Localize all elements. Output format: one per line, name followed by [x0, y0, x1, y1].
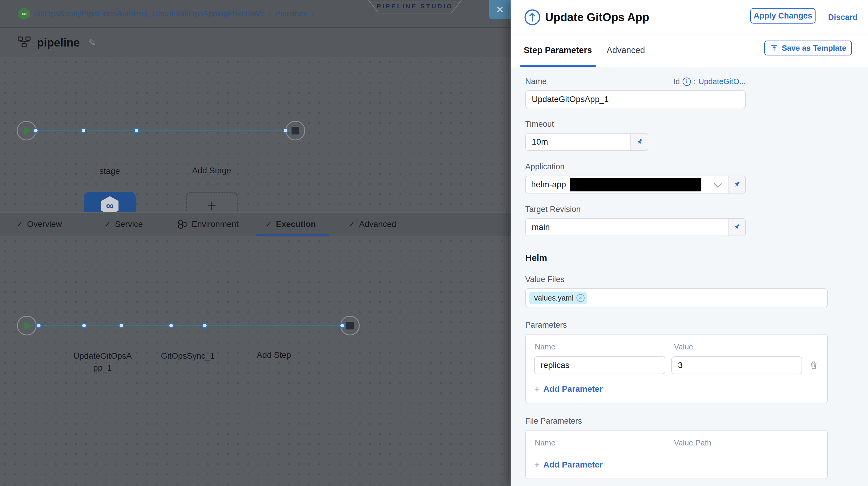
- execution-start-node[interactable]: [17, 316, 37, 335]
- plus-icon: +: [534, 460, 540, 469]
- check-icon: ✓: [348, 220, 355, 229]
- connector-dot: [81, 323, 87, 329]
- pin-icon: [732, 222, 742, 233]
- id-colon: :: [693, 77, 696, 86]
- target-revision-pin-button[interactable]: [728, 219, 745, 236]
- breadcrumb-separator: ›: [312, 9, 314, 19]
- name-input[interactable]: [525, 90, 746, 108]
- tab-environment[interactable]: Environment: [177, 213, 239, 236]
- file-param-col-name: Name: [534, 438, 674, 448]
- discard-button[interactable]: Discard: [828, 0, 858, 35]
- timeout-input[interactable]: [526, 133, 630, 150]
- target-revision-input[interactable]: [526, 219, 728, 236]
- stage-tabbar: ✓ Overview ✓ Service Environment ✓: [0, 212, 510, 236]
- tab-step-parameters[interactable]: Step Parameters: [524, 35, 592, 65]
- stop-icon: [346, 322, 354, 330]
- tab-execution[interactable]: ✓ Execution: [265, 213, 316, 236]
- tab-label: Overview: [27, 219, 62, 229]
- redacted-value: [570, 178, 702, 191]
- add-stage-label[interactable]: Add Stage: [192, 166, 231, 175]
- close-drawer-button[interactable]: ✕: [489, 0, 510, 19]
- timeout-pin-button[interactable]: [630, 133, 648, 150]
- pipeline-studio-banner: PIPELINE STUDIO: [368, 0, 462, 14]
- breadcrumb-project-link[interactable]: GitOpsSanityPipeLinesAutoProj_UpdateGitO…: [34, 9, 264, 19]
- connector-dot: [133, 128, 140, 133]
- apply-changes-button[interactable]: Apply Changes: [750, 8, 815, 24]
- param-name-input[interactable]: [534, 356, 665, 374]
- chevron-down-icon: [714, 180, 722, 188]
- stop-icon: [291, 127, 299, 134]
- check-icon: ✓: [265, 220, 272, 229]
- add-step-label[interactable]: Add Step: [257, 350, 291, 360]
- pipeline-title: pipeline: [37, 36, 80, 49]
- tab-advanced[interactable]: Advanced: [607, 35, 645, 65]
- param-value-input[interactable]: [671, 356, 802, 374]
- drawer-header: Update GitOps App Apply Changes Discard: [510, 0, 868, 35]
- application-pin-button[interactable]: [728, 176, 745, 193]
- pin-icon: [732, 179, 742, 190]
- application-select[interactable]: helm-app: [526, 176, 728, 193]
- add-file-parameter-button[interactable]: + Add Parameter: [534, 460, 819, 469]
- param-col-value: Value: [674, 342, 693, 352]
- pin-icon: [634, 136, 645, 147]
- info-icon[interactable]: i: [683, 78, 691, 86]
- update-gitops-app-label-line1[interactable]: UpdateGitOpsA: [73, 351, 132, 361]
- active-tab-underline: [256, 234, 330, 236]
- pipeline-studio-dimmed-area: ∞ GitOpsSanityPipeLinesAutoProj_UpdateGi…: [0, 0, 510, 486]
- play-icon: [25, 322, 32, 330]
- target-revision-label: Target Revision: [525, 205, 868, 214]
- delete-parameter-icon[interactable]: [809, 360, 819, 370]
- remove-chip-icon[interactable]: ✕: [577, 294, 585, 302]
- update-gitops-app-label-line2[interactable]: pp_1: [93, 363, 112, 373]
- connector-dot: [339, 323, 345, 329]
- pipeline-studio-screen: ∞ GitOpsSanityPipeLinesAutoProj_UpdateGi…: [0, 0, 868, 486]
- name-label: Name: [525, 77, 547, 86]
- parameters-label: Parameters: [525, 321, 868, 330]
- connector-dot: [202, 323, 208, 329]
- breadcrumb-pipelines-link[interactable]: Pipelines: [275, 9, 308, 19]
- stage-connector-line: [28, 130, 293, 131]
- target-revision-field: [525, 218, 746, 236]
- drawer-title: Update GitOps App: [545, 0, 649, 35]
- tab-label: Advanced: [359, 219, 397, 229]
- connector-dot: [33, 128, 39, 133]
- tab-label: Service: [115, 219, 143, 229]
- connector-dot: [118, 323, 124, 329]
- save-as-template-button[interactable]: Save as Template: [764, 40, 852, 56]
- param-col-name: Name: [534, 342, 674, 352]
- drawer-tabs: Step Parameters Advanced Save as Templat…: [510, 35, 868, 67]
- connector-dot: [81, 128, 87, 133]
- tab-label: Execution: [276, 219, 316, 229]
- step-parameters-form: Name Id i : UpdateGitO... Timeout: [510, 67, 868, 486]
- stage-label[interactable]: stage: [99, 166, 120, 176]
- helm-section-heading: Helm: [525, 253, 868, 263]
- timeout-label: Timeout: [525, 120, 868, 129]
- add-file-parameter-label: Add Parameter: [544, 460, 603, 469]
- edit-pipeline-name-icon[interactable]: ✎: [88, 37, 96, 48]
- connector-dot: [283, 128, 288, 133]
- add-parameter-label: Add Parameter: [544, 384, 603, 394]
- value-file-chip: values.yaml ✕: [529, 292, 587, 304]
- chip-label: values.yaml: [534, 294, 574, 302]
- connector-dot: [168, 323, 174, 329]
- gitops-sync-label[interactable]: GitOpsSync_1: [161, 351, 215, 361]
- step-config-drawer: Update GitOps App Apply Changes Discard …: [510, 0, 868, 486]
- stage-graph-canvas: ∞ </> + stage Add Stage: [0, 57, 510, 212]
- tab-advanced[interactable]: ✓ Advanced: [348, 213, 396, 236]
- execution-connector-line: [28, 325, 344, 326]
- value-files-input[interactable]: values.yaml ✕: [525, 288, 828, 307]
- banner-label: PIPELINE STUDIO: [368, 0, 462, 12]
- project-icon: ∞: [19, 7, 30, 20]
- tab-overview[interactable]: ✓ Overview: [17, 213, 62, 236]
- active-tab-underline: [520, 65, 596, 67]
- parameter-row: [534, 356, 819, 374]
- file-parameters-table: Name Value Path + Add Parameter: [525, 430, 828, 479]
- tab-service[interactable]: ✓ Service: [104, 213, 143, 236]
- execution-graph-canvas: </> </> + U: [0, 236, 510, 486]
- breadcrumb: ∞ GitOpsSanityPipeLinesAutoProj_UpdateGi…: [19, 0, 314, 27]
- add-parameter-button[interactable]: + Add Parameter: [534, 384, 819, 394]
- check-icon: ✓: [104, 220, 111, 229]
- breadcrumb-bar: ∞ GitOpsSanityPipeLinesAutoProj_UpdateGi…: [0, 0, 510, 28]
- environment-hexagons-icon: [177, 219, 187, 229]
- id-value-link[interactable]: UpdateGitO...: [699, 77, 746, 86]
